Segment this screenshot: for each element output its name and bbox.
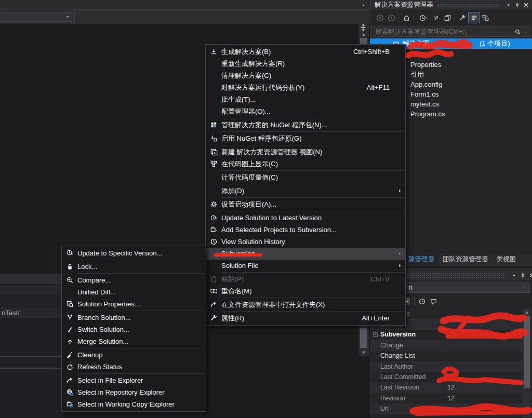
- pin-icon[interactable]: [513, 1, 522, 9]
- wc-explorer-icon: [62, 400, 77, 408]
- property-value[interactable]: [444, 308, 523, 318]
- wrench-icon[interactable]: [457, 12, 468, 23]
- menu-item[interactable]: Subversion: [206, 248, 405, 260]
- nav-back-icon[interactable]: [374, 12, 385, 23]
- menu-item[interactable]: Refresh Status: [62, 361, 206, 373]
- property-value[interactable]: [444, 372, 523, 382]
- menu-item[interactable]: Solution Properties...: [62, 298, 206, 310]
- menu-item[interactable]: Update to Specific Version...: [62, 247, 206, 259]
- background-window-band: [0, 296, 61, 306]
- menu-item[interactable]: Select in Working Copy Explorer: [62, 398, 206, 410]
- property-value[interactable]: [444, 361, 523, 371]
- menu-item[interactable]: Switch Solution...: [62, 323, 206, 335]
- menu-separator: [221, 311, 404, 312]
- search-box[interactable]: [371, 26, 530, 37]
- solution-label-prefix: 解决方案: [403, 39, 430, 48]
- menu-item[interactable]: Add Selected Projects to Subversion...: [206, 224, 405, 236]
- collapse-expander-icon[interactable]: [370, 332, 380, 338]
- menu-item[interactable]: 启用 NuGet 程序包还原(G): [206, 132, 405, 144]
- tab-class-view[interactable]: 类视图: [493, 253, 521, 266]
- show-all-files-icon[interactable]: [468, 12, 480, 23]
- window-position-icon[interactable]: [510, 272, 518, 279]
- property-row[interactable]: Change List: [370, 351, 523, 361]
- menu-item[interactable]: Select in Repository Explorer: [62, 386, 206, 398]
- menu-item[interactable]: Select in File Explorer: [62, 374, 206, 386]
- collapse-all-icon[interactable]: [442, 12, 453, 23]
- toolbar-combobox[interactable]: [1, 12, 73, 22]
- sync-icon[interactable]: [430, 12, 442, 23]
- pin-icon[interactable]: [518, 272, 527, 279]
- property-row[interactable]: Last Committed: [370, 372, 523, 382]
- menu-item[interactable]: Lock...: [62, 261, 206, 273]
- menu-item[interactable]: Compare...: [62, 274, 206, 286]
- property-value[interactable]: [444, 319, 523, 329]
- menu-item[interactable]: Merge Solution...: [62, 335, 206, 347]
- property-row[interactable]: Last Revision12: [370, 383, 523, 393]
- menu-item[interactable]: 重新生成解决方案(R): [206, 58, 405, 70]
- tab-solution-explorer[interactable]: 源管理器: [404, 253, 438, 266]
- menu-item[interactable]: 计算代码度量值(C): [206, 171, 405, 183]
- menu-item-label: Branch Solution...: [77, 314, 197, 321]
- menu-item-label: Solution Properties...: [77, 300, 197, 308]
- menu-item[interactable]: 重命名(M): [206, 285, 405, 297]
- property-value[interactable]: 12: [444, 393, 523, 403]
- wrench-icon: [206, 314, 221, 322]
- close-icon[interactable]: [527, 272, 532, 279]
- property-row[interactable]: Url: [370, 404, 523, 414]
- search-icon[interactable]: [514, 29, 523, 35]
- property-value[interactable]: [444, 340, 523, 350]
- properties-scrollbar[interactable]: ▲: [523, 308, 531, 418]
- window-position-icon[interactable]: [504, 1, 513, 9]
- property-row[interactable]: Revision12: [370, 393, 523, 403]
- menu-item[interactable]: 属性(R)Alt+Enter: [206, 312, 405, 324]
- menu-item[interactable]: 粘贴(P)Ctrl+V: [206, 273, 405, 285]
- drag-grip: [394, 273, 506, 278]
- menu-item[interactable]: 批生成(T)...: [206, 93, 405, 105]
- menu-item[interactable]: Branch Solution...: [62, 312, 206, 323]
- menu-item[interactable]: 对解决方案运行代码分析(Y)Alt+F11: [206, 82, 405, 93]
- menu-item[interactable]: 配置管理器(O)...: [206, 105, 405, 117]
- path-text: nTest/: [0, 309, 20, 317]
- solution-label-suffix: (1 个项目): [480, 39, 510, 48]
- menu-item[interactable]: Update Solution to Latest Version: [206, 212, 405, 224]
- scroll-up-arrow[interactable]: ▲: [358, 32, 369, 37]
- chevron-down-icon[interactable]: [523, 30, 530, 34]
- property-value[interactable]: [444, 351, 523, 361]
- history-icon[interactable]: [416, 295, 428, 307]
- chevron-down-icon[interactable]: [361, 3, 366, 8]
- property-row[interactable]: Change: [370, 340, 523, 350]
- property-row[interactable]: Last Author: [370, 361, 523, 372]
- menu-item[interactable]: Unified Diff...: [62, 286, 206, 298]
- property-value[interactable]: [444, 404, 523, 414]
- pending-filter-icon[interactable]: [416, 12, 430, 23]
- property-value[interactable]: 12: [444, 383, 523, 393]
- menu-item[interactable]: 新建 解决方案资源管理器 视图(N): [206, 146, 405, 158]
- menu-item[interactable]: 管理解决方案的 NuGet 程序包(N)...: [206, 119, 405, 131]
- menu-item[interactable]: 在代码图上显示(C): [206, 158, 405, 170]
- scroll-up-arrow[interactable]: ▲: [523, 309, 531, 315]
- home-icon[interactable]: [401, 12, 412, 23]
- property-row[interactable]: Subversion: [370, 330, 523, 340]
- sync-active-doc-icon[interactable]: [480, 12, 491, 23]
- menu-item[interactable]: 生成解决方案(B)Ctrl+Shift+B: [206, 46, 405, 58]
- scrollbar-thumb[interactable]: [524, 316, 530, 388]
- solution-explorer-title-bar[interactable]: 解决方案资源管理器: [370, 0, 532, 10]
- background-scrollbar[interactable]: ▲ ▼: [358, 321, 369, 356]
- menu-item[interactable]: View Solution History: [206, 236, 405, 248]
- splitter-handle-icon[interactable]: [360, 24, 367, 31]
- menu-item[interactable]: 添加(D): [206, 185, 405, 197]
- property-value[interactable]: [444, 330, 523, 340]
- menu-item[interactable]: 清理解决方案(C): [206, 70, 405, 82]
- close-icon[interactable]: [522, 1, 530, 9]
- menu-item[interactable]: Cleanup: [62, 349, 206, 361]
- search-input[interactable]: [372, 28, 514, 35]
- tab-team-explorer[interactable]: 团队资源管理器: [438, 253, 493, 266]
- scroll-down-arrow[interactable]: ▼: [358, 350, 369, 355]
- menu-item-label: 添加(D): [221, 186, 397, 196]
- comment-icon[interactable]: [428, 295, 439, 307]
- nav-forward-icon[interactable]: [385, 12, 397, 23]
- menu-item[interactable]: 设置启动项目(A)...: [206, 198, 405, 210]
- scrollbar-thumb[interactable]: [360, 328, 367, 348]
- menu-item[interactable]: Solution File: [206, 260, 405, 272]
- menu-item[interactable]: 在文件资源管理器中打开文件夹(X): [206, 299, 405, 311]
